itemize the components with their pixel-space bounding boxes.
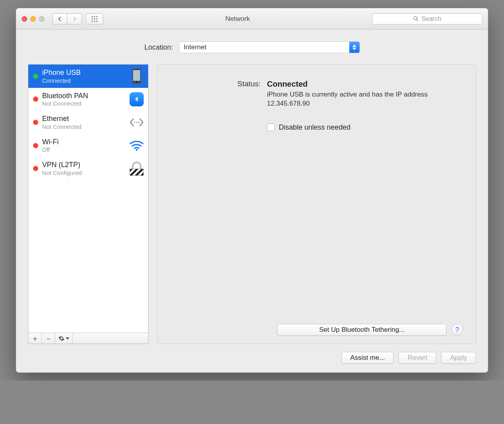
service-status: Not Connected	[42, 100, 125, 107]
vpn-lock-icon	[129, 162, 144, 176]
status-label: Status:	[170, 80, 261, 108]
service-name: Wi-Fi	[42, 138, 125, 147]
service-item-wifi[interactable]: Wi-Fi Off	[28, 134, 148, 157]
select-stepper-icon	[349, 42, 359, 53]
search-icon	[413, 16, 419, 22]
revert-button: Revert	[398, 352, 436, 364]
svg-point-8	[96, 20, 97, 22]
service-name: Ethernet	[42, 115, 125, 123]
forward-button	[67, 13, 82, 24]
bluetooth-icon	[129, 92, 144, 106]
sidebar-footer: ＋ －	[28, 333, 148, 344]
network-prefpane-window: Network Search Location: Internet	[16, 8, 488, 373]
status-dot-icon	[33, 166, 38, 171]
service-item-bluetooth-pan[interactable]: Bluetooth PAN Not Connected	[28, 88, 148, 111]
nav-back-forward	[52, 13, 82, 24]
titlebar: Network Search	[16, 8, 488, 30]
location-row: Location: Internet	[28, 41, 476, 53]
remove-service-button[interactable]: －	[42, 333, 55, 344]
service-item-ethernet[interactable]: Ethernet Not Connected	[28, 111, 148, 134]
window-title: Network	[107, 15, 368, 23]
add-service-button[interactable]: ＋	[28, 333, 42, 344]
svg-point-1	[94, 16, 95, 17]
back-button[interactable]	[52, 13, 67, 24]
svg-point-10	[136, 122, 137, 123]
location-label: Location:	[144, 43, 173, 52]
service-status: Not Connected	[42, 123, 125, 130]
status-description: iPhone USB is currently active and has t…	[267, 90, 463, 108]
help-button[interactable]: ?	[451, 324, 463, 336]
status-dot-icon	[33, 143, 38, 148]
show-all-button[interactable]	[86, 13, 103, 24]
service-status: Not Configured	[42, 169, 125, 176]
svg-point-0	[91, 16, 93, 17]
bottom-bar: Assist me... Revert Apply	[28, 344, 476, 364]
service-name: VPN (L2TP)	[42, 161, 125, 169]
svg-point-7	[94, 20, 95, 22]
svg-point-3	[91, 18, 93, 19]
wifi-icon	[129, 140, 144, 151]
window-body: Location: Internet iPhone USB Connecte	[16, 30, 488, 372]
service-name: Bluetooth PAN	[42, 92, 125, 100]
apply-button: Apply	[441, 352, 476, 364]
status-dot-icon	[33, 97, 38, 102]
assist-me-button[interactable]: Assist me...	[341, 352, 394, 364]
svg-point-6	[91, 20, 93, 22]
service-sidebar: iPhone USB Connected Bluetooth PAN Not C…	[28, 64, 148, 344]
detail-pane: Status: Connected iPhone USB is currentl…	[157, 64, 476, 344]
service-name: iPhone USB	[42, 69, 125, 77]
svg-point-12	[136, 149, 138, 151]
setup-bluetooth-tethering-button[interactable]: Set Up Bluetooth Tethering...	[277, 324, 447, 336]
minimize-button[interactable]	[30, 16, 36, 22]
status-value: Connected	[267, 80, 463, 89]
window-controls	[22, 16, 44, 22]
disable-unless-needed-label: Disable unless needed	[279, 123, 350, 132]
svg-point-11	[138, 122, 139, 123]
svg-point-2	[96, 16, 97, 17]
service-list: iPhone USB Connected Bluetooth PAN Not C…	[28, 65, 148, 333]
service-item-vpn[interactable]: VPN (L2TP) Not Configured	[28, 157, 148, 180]
ethernet-icon	[129, 117, 144, 127]
zoom-button	[39, 16, 44, 22]
close-button[interactable]	[22, 16, 27, 22]
service-status: Connected	[42, 77, 125, 84]
disable-unless-needed-checkbox[interactable]	[267, 123, 275, 131]
search-placeholder: Search	[421, 15, 441, 22]
location-select[interactable]: Internet	[179, 41, 360, 53]
iphone-icon	[129, 69, 144, 84]
service-actions-menu[interactable]	[55, 333, 72, 344]
service-status: Off	[42, 146, 125, 153]
svg-point-9	[134, 122, 135, 123]
service-item-iphone-usb[interactable]: iPhone USB Connected	[28, 65, 148, 88]
status-dot-icon	[33, 120, 38, 125]
status-dot-icon	[33, 74, 38, 79]
svg-point-5	[96, 18, 97, 19]
svg-point-4	[94, 18, 95, 19]
search-field[interactable]: Search	[372, 13, 482, 24]
disable-unless-needed-row[interactable]: Disable unless needed	[267, 123, 463, 132]
location-value: Internet	[179, 42, 349, 53]
